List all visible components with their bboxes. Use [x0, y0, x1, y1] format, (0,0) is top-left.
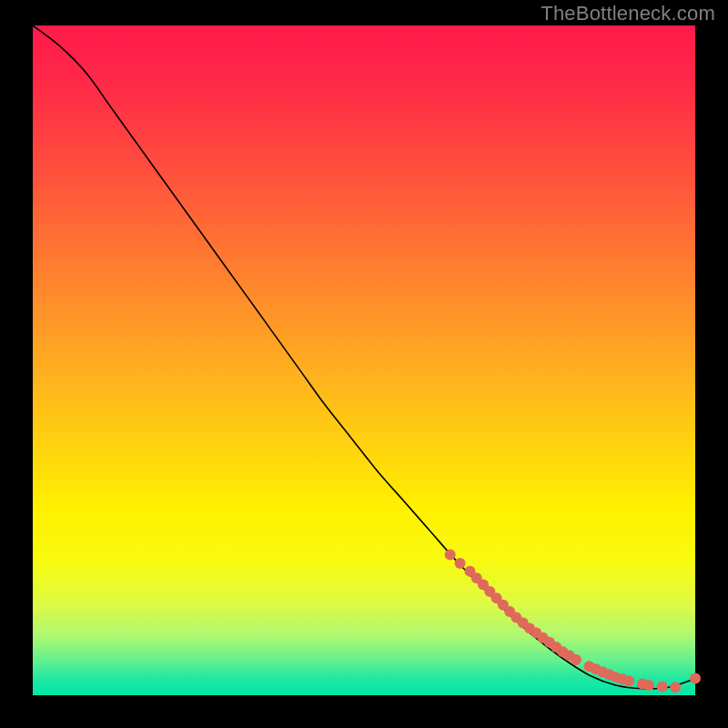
data-point [445, 549, 456, 560]
plot-area [33, 25, 695, 695]
bottleneck-curve [33, 25, 695, 689]
watermark-text: TheBottleneck.com [541, 2, 715, 25]
data-markers [445, 549, 701, 693]
data-point [657, 681, 668, 692]
data-point [571, 654, 581, 665]
data-point [690, 673, 701, 684]
data-point [623, 676, 634, 687]
data-point [643, 680, 654, 691]
chart-svg [33, 25, 695, 695]
data-point [455, 558, 466, 569]
data-point [670, 682, 681, 693]
chart-container: TheBottleneck.com [0, 0, 728, 728]
